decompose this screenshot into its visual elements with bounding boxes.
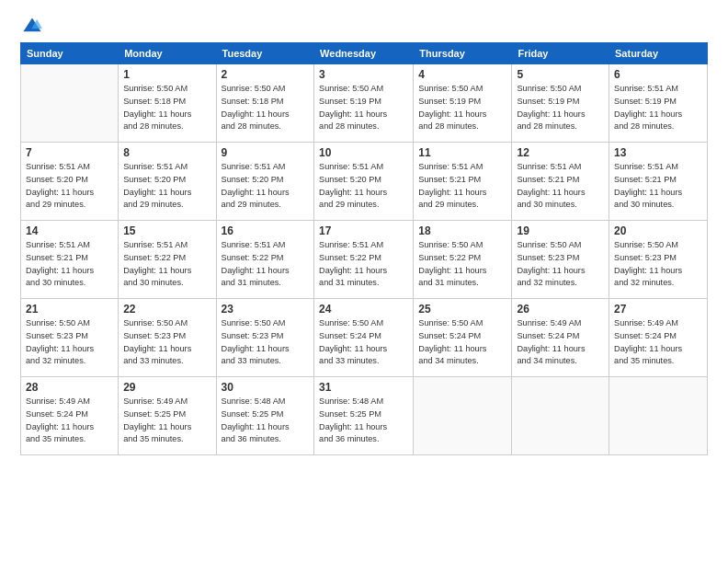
day-cell: 28Sunrise: 5:49 AM Sunset: 5:24 PM Dayli… bbox=[21, 377, 119, 455]
week-row-4: 21Sunrise: 5:50 AM Sunset: 5:23 PM Dayli… bbox=[21, 299, 708, 377]
day-info: Sunrise: 5:50 AM Sunset: 5:19 PM Dayligh… bbox=[319, 83, 408, 133]
day-cell: 25Sunrise: 5:50 AM Sunset: 5:24 PM Dayli… bbox=[414, 299, 512, 377]
calendar-table: Sunday Monday Tuesday Wednesday Thursday… bbox=[20, 42, 708, 455]
day-number: 22 bbox=[123, 303, 210, 316]
day-cell: 3Sunrise: 5:50 AM Sunset: 5:19 PM Daylig… bbox=[314, 64, 414, 143]
day-info: Sunrise: 5:50 AM Sunset: 5:19 PM Dayligh… bbox=[517, 83, 604, 133]
day-cell: 1Sunrise: 5:50 AM Sunset: 5:18 PM Daylig… bbox=[119, 64, 216, 143]
day-number: 29 bbox=[123, 381, 210, 394]
day-info: Sunrise: 5:50 AM Sunset: 5:23 PM Dayligh… bbox=[26, 317, 113, 368]
day-number: 4 bbox=[418, 68, 506, 81]
day-number: 30 bbox=[222, 381, 310, 394]
day-info: Sunrise: 5:50 AM Sunset: 5:19 PM Dayligh… bbox=[418, 83, 506, 133]
day-number: 27 bbox=[614, 303, 702, 316]
logo-icon bbox=[22, 17, 42, 37]
day-cell: 24Sunrise: 5:50 AM Sunset: 5:24 PM Dayli… bbox=[314, 299, 414, 377]
col-thursday: Thursday bbox=[414, 43, 512, 64]
day-cell: 16Sunrise: 5:51 AM Sunset: 5:22 PM Dayli… bbox=[216, 221, 314, 299]
day-number: 15 bbox=[123, 224, 210, 237]
col-tuesday: Tuesday bbox=[216, 43, 314, 64]
col-saturday: Saturday bbox=[609, 43, 708, 64]
day-cell: 7Sunrise: 5:51 AM Sunset: 5:20 PM Daylig… bbox=[21, 143, 119, 221]
col-monday: Monday bbox=[119, 43, 216, 64]
day-info: Sunrise: 5:51 AM Sunset: 5:21 PM Dayligh… bbox=[517, 161, 604, 212]
day-cell: 9Sunrise: 5:51 AM Sunset: 5:20 PM Daylig… bbox=[216, 143, 314, 221]
day-cell: 26Sunrise: 5:49 AM Sunset: 5:24 PM Dayli… bbox=[512, 299, 609, 377]
day-cell: 15Sunrise: 5:51 AM Sunset: 5:22 PM Dayli… bbox=[119, 221, 216, 299]
day-info: Sunrise: 5:49 AM Sunset: 5:24 PM Dayligh… bbox=[517, 317, 604, 368]
day-cell: 17Sunrise: 5:51 AM Sunset: 5:22 PM Dayli… bbox=[314, 221, 414, 299]
day-cell: 31Sunrise: 5:48 AM Sunset: 5:25 PM Dayli… bbox=[314, 377, 414, 455]
day-number: 19 bbox=[517, 224, 604, 237]
day-cell: 23Sunrise: 5:50 AM Sunset: 5:23 PM Dayli… bbox=[216, 299, 314, 377]
day-cell: 10Sunrise: 5:51 AM Sunset: 5:20 PM Dayli… bbox=[314, 143, 414, 221]
logo bbox=[20, 17, 42, 33]
day-cell: 2Sunrise: 5:50 AM Sunset: 5:18 PM Daylig… bbox=[216, 64, 314, 143]
day-info: Sunrise: 5:49 AM Sunset: 5:24 PM Dayligh… bbox=[26, 396, 113, 446]
day-number: 21 bbox=[26, 303, 113, 316]
day-number: 31 bbox=[319, 381, 408, 394]
day-info: Sunrise: 5:51 AM Sunset: 5:21 PM Dayligh… bbox=[418, 161, 506, 212]
day-cell bbox=[414, 377, 512, 455]
day-number: 12 bbox=[517, 146, 604, 159]
day-info: Sunrise: 5:51 AM Sunset: 5:21 PM Dayligh… bbox=[614, 161, 702, 212]
day-number: 28 bbox=[26, 381, 113, 394]
day-info: Sunrise: 5:51 AM Sunset: 5:22 PM Dayligh… bbox=[319, 239, 408, 290]
day-info: Sunrise: 5:48 AM Sunset: 5:25 PM Dayligh… bbox=[222, 396, 310, 446]
day-number: 23 bbox=[222, 303, 310, 316]
day-cell: 11Sunrise: 5:51 AM Sunset: 5:21 PM Dayli… bbox=[414, 143, 512, 221]
day-cell: 21Sunrise: 5:50 AM Sunset: 5:23 PM Dayli… bbox=[21, 299, 119, 377]
day-number: 3 bbox=[319, 68, 408, 81]
day-info: Sunrise: 5:51 AM Sunset: 5:20 PM Dayligh… bbox=[222, 161, 310, 212]
day-info: Sunrise: 5:51 AM Sunset: 5:22 PM Dayligh… bbox=[222, 239, 310, 290]
week-row-5: 28Sunrise: 5:49 AM Sunset: 5:24 PM Dayli… bbox=[21, 377, 708, 455]
day-info: Sunrise: 5:50 AM Sunset: 5:23 PM Dayligh… bbox=[614, 239, 702, 290]
day-cell: 13Sunrise: 5:51 AM Sunset: 5:21 PM Dayli… bbox=[609, 143, 708, 221]
day-info: Sunrise: 5:50 AM Sunset: 5:18 PM Dayligh… bbox=[123, 83, 210, 133]
day-cell: 19Sunrise: 5:50 AM Sunset: 5:23 PM Dayli… bbox=[512, 221, 609, 299]
page-header bbox=[20, 17, 708, 33]
day-cell: 8Sunrise: 5:51 AM Sunset: 5:20 PM Daylig… bbox=[119, 143, 216, 221]
day-cell: 4Sunrise: 5:50 AM Sunset: 5:19 PM Daylig… bbox=[414, 64, 512, 143]
day-number: 5 bbox=[517, 68, 604, 81]
day-cell: 22Sunrise: 5:50 AM Sunset: 5:23 PM Dayli… bbox=[119, 299, 216, 377]
day-info: Sunrise: 5:50 AM Sunset: 5:24 PM Dayligh… bbox=[319, 317, 408, 368]
day-number: 8 bbox=[123, 146, 210, 159]
day-cell: 29Sunrise: 5:49 AM Sunset: 5:25 PM Dayli… bbox=[119, 377, 216, 455]
day-cell bbox=[609, 377, 708, 455]
day-info: Sunrise: 5:49 AM Sunset: 5:24 PM Dayligh… bbox=[614, 317, 702, 368]
day-cell bbox=[512, 377, 609, 455]
day-info: Sunrise: 5:50 AM Sunset: 5:23 PM Dayligh… bbox=[123, 317, 210, 368]
day-info: Sunrise: 5:51 AM Sunset: 5:22 PM Dayligh… bbox=[123, 239, 210, 290]
day-number: 18 bbox=[418, 224, 506, 237]
day-number: 25 bbox=[418, 303, 506, 316]
day-info: Sunrise: 5:50 AM Sunset: 5:22 PM Dayligh… bbox=[418, 239, 506, 290]
col-wednesday: Wednesday bbox=[314, 43, 414, 64]
day-cell: 18Sunrise: 5:50 AM Sunset: 5:22 PM Dayli… bbox=[414, 221, 512, 299]
day-number: 16 bbox=[222, 224, 310, 237]
day-info: Sunrise: 5:50 AM Sunset: 5:23 PM Dayligh… bbox=[222, 317, 310, 368]
calendar-page: Sunday Monday Tuesday Wednesday Thursday… bbox=[0, 0, 728, 563]
day-number: 11 bbox=[418, 146, 506, 159]
day-info: Sunrise: 5:50 AM Sunset: 5:24 PM Dayligh… bbox=[418, 317, 506, 368]
col-sunday: Sunday bbox=[21, 43, 119, 64]
week-row-2: 7Sunrise: 5:51 AM Sunset: 5:20 PM Daylig… bbox=[21, 143, 708, 221]
day-cell: 30Sunrise: 5:48 AM Sunset: 5:25 PM Dayli… bbox=[216, 377, 314, 455]
col-friday: Friday bbox=[512, 43, 609, 64]
day-number: 17 bbox=[319, 224, 408, 237]
day-number: 1 bbox=[123, 68, 210, 81]
day-info: Sunrise: 5:51 AM Sunset: 5:19 PM Dayligh… bbox=[614, 83, 702, 133]
day-cell: 14Sunrise: 5:51 AM Sunset: 5:21 PM Dayli… bbox=[21, 221, 119, 299]
day-number: 6 bbox=[614, 68, 702, 81]
day-info: Sunrise: 5:51 AM Sunset: 5:20 PM Dayligh… bbox=[319, 161, 408, 212]
day-number: 7 bbox=[26, 146, 113, 159]
day-info: Sunrise: 5:49 AM Sunset: 5:25 PM Dayligh… bbox=[123, 396, 210, 446]
day-info: Sunrise: 5:51 AM Sunset: 5:20 PM Dayligh… bbox=[123, 161, 210, 212]
day-info: Sunrise: 5:48 AM Sunset: 5:25 PM Dayligh… bbox=[319, 396, 408, 446]
day-number: 2 bbox=[222, 68, 310, 81]
week-row-1: 1Sunrise: 5:50 AM Sunset: 5:18 PM Daylig… bbox=[21, 64, 708, 143]
day-cell: 27Sunrise: 5:49 AM Sunset: 5:24 PM Dayli… bbox=[609, 299, 708, 377]
day-number: 26 bbox=[517, 303, 604, 316]
day-cell: 6Sunrise: 5:51 AM Sunset: 5:19 PM Daylig… bbox=[609, 64, 708, 143]
header-row: Sunday Monday Tuesday Wednesday Thursday… bbox=[21, 43, 708, 64]
